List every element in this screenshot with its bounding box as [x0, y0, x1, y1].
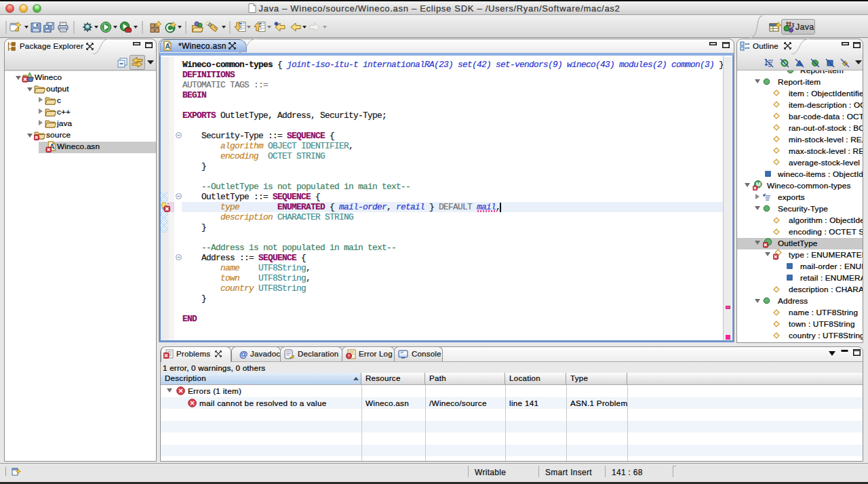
svg-text:A: A: [165, 42, 170, 50]
svg-text:A: A: [28, 71, 33, 78]
svg-text:J: J: [791, 21, 795, 29]
